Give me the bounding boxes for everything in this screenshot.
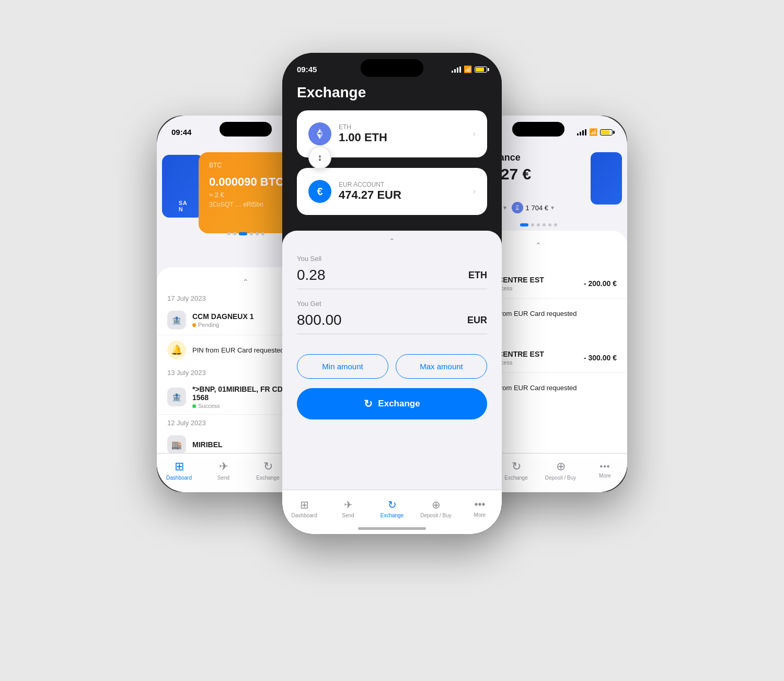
right-wifi-icon: 📶 xyxy=(589,128,597,136)
get-section: You Get EUR xyxy=(282,300,502,334)
eur-label: EUR ACCOUNT xyxy=(339,181,466,188)
center-nav-more-label: More xyxy=(474,512,486,518)
left-dynamic-island xyxy=(220,122,272,137)
center-bottom-nav: ⊞ Dashboard ✈ Send ↻ Exchange ⊕ Deposit … xyxy=(282,490,502,534)
visa-label: SAN xyxy=(179,200,187,212)
eth-svg xyxy=(314,128,326,140)
left-txn-1-status: Pending xyxy=(192,322,295,328)
r-dot-4 xyxy=(543,223,546,226)
dot-3-active xyxy=(239,232,247,235)
r-signal-bar-3 xyxy=(582,130,584,135)
sell-label: You Sell xyxy=(297,255,487,263)
max-amount-button[interactable]: Max amount xyxy=(396,354,487,379)
right-eth-mini-icon: Ξ xyxy=(512,202,523,213)
left-status-time: 09:44 xyxy=(171,128,191,137)
center-wifi-icon: 📶 xyxy=(464,65,472,73)
store-icon: 🏬 xyxy=(171,440,182,450)
svg-marker-0 xyxy=(320,129,323,134)
left-txn-2-status-text: Success xyxy=(198,403,220,409)
right-nav-more[interactable]: ••• More xyxy=(583,462,627,479)
right-blue-card[interactable] xyxy=(591,152,622,205)
center-nav-more[interactable]: ••• More xyxy=(458,498,502,518)
right-eth-price: Ξ 1 704 € ▾ xyxy=(512,202,554,213)
center-nav-exchange[interactable]: ↻ Exchange xyxy=(370,498,414,518)
exchange-bottom-sheet: ⌃ You Sell ETH You Get EUR M xyxy=(282,231,502,534)
right-nav-deposit[interactable]: ⊕ Deposit / Buy xyxy=(538,460,583,481)
right-btc-chevron: ▾ xyxy=(503,204,506,211)
eur-icon: € xyxy=(308,180,331,203)
visa-card[interactable]: SAN xyxy=(162,155,204,218)
center-nav-exchange-label: Exchange xyxy=(381,513,403,518)
c-dashboard-icon: ⊞ xyxy=(300,498,309,511)
phones-container: 09:44 📶 SAN xyxy=(157,53,627,628)
r-signal-bar-1 xyxy=(577,133,579,135)
exchange-icon: ↻ xyxy=(263,460,273,473)
send-icon: ✈ xyxy=(219,460,228,473)
dot-5 xyxy=(256,232,259,235)
center-dynamic-island xyxy=(361,59,423,77)
right-battery-fill xyxy=(601,130,609,134)
get-amount-input[interactable] xyxy=(297,312,401,328)
sell-input-row: ETH xyxy=(297,267,487,289)
c-more-icon: ••• xyxy=(474,498,485,510)
left-nav-send-label: Send xyxy=(217,475,229,481)
get-currency-label: EUR xyxy=(467,315,487,326)
amount-buttons: Min amount Max amount xyxy=(282,345,502,388)
left-nav-exchange-label: Exchange xyxy=(256,475,279,481)
right-battery xyxy=(600,129,613,135)
bank-icon: 🏦 xyxy=(171,315,182,325)
center-nav-deposit-label: Deposit / Buy xyxy=(420,513,451,518)
c-deposit-icon: ⊕ xyxy=(432,498,441,511)
center-nav-send[interactable]: ✈ Send xyxy=(326,498,370,518)
dot-4 xyxy=(250,232,253,235)
left-txn-1-name: CCM DAGNEUX 1 xyxy=(192,312,295,321)
right-nav-exchange-label: Exchange xyxy=(504,475,527,481)
eur-currency-card[interactable]: € EUR ACCOUNT 474.27 EUR › xyxy=(297,168,487,215)
eth-chevron: › xyxy=(473,129,476,139)
min-amount-button[interactable]: Min amount xyxy=(297,354,388,379)
exchange-btn-label: Exchange xyxy=(378,399,420,409)
left-txn-2-status: Success xyxy=(192,403,295,409)
center-nav-dashboard-label: Dashboard xyxy=(292,513,317,518)
eur-value: 474.27 EUR xyxy=(339,188,466,202)
c-signal-bar-4 xyxy=(459,66,461,73)
pending-dot xyxy=(192,323,196,327)
swap-button[interactable]: ↕ xyxy=(308,146,331,169)
r-exchange-icon: ↻ xyxy=(512,460,521,473)
c-exchange-icon: ↻ xyxy=(388,498,397,511)
r-dot-5 xyxy=(548,223,551,226)
exchange-action-button[interactable]: ↻ Exchange xyxy=(297,388,487,419)
left-nav-dashboard[interactable]: ⊞ Dashboard xyxy=(157,460,201,481)
right-txn-2-amount: - 300.00 € xyxy=(584,354,617,362)
right-status-icons: 📶 xyxy=(577,128,613,136)
exchange-btn-icon: ↻ xyxy=(364,398,373,410)
r-signal-bar-2 xyxy=(580,132,581,135)
bell-icon: 🔔 xyxy=(167,340,186,359)
left-nav-send[interactable]: ✈ Send xyxy=(201,460,246,481)
eth-value: 1.00 ETH xyxy=(339,131,466,144)
left-txn-2-details: *>BNP, 01MIRIBEL, FR CD 1568 Success xyxy=(192,385,295,409)
exchange-title: Exchange xyxy=(297,84,366,101)
svg-marker-2 xyxy=(320,134,323,139)
get-label: You Get xyxy=(297,300,487,308)
sell-amount-input[interactable] xyxy=(297,267,401,283)
right-eth-chevron: ▾ xyxy=(551,204,554,211)
svg-marker-3 xyxy=(317,134,320,139)
sell-section: You Sell ETH xyxy=(282,249,502,289)
center-battery-fill xyxy=(476,67,484,72)
eth-info: ETH 1.00 ETH xyxy=(339,123,466,144)
left-txn-3-icon: 🏬 xyxy=(167,435,186,454)
left-txn-3-name: MIRIBEL xyxy=(192,440,295,449)
center-status-time: 09:45 xyxy=(297,65,317,74)
left-txn-1-status-text: Pending xyxy=(198,322,219,328)
right-signal xyxy=(577,129,586,135)
c-signal-bar-1 xyxy=(452,71,453,73)
c-signal-bar-2 xyxy=(454,69,456,73)
center-nav-deposit[interactable]: ⊕ Deposit / Buy xyxy=(414,498,458,518)
center-nav-dashboard[interactable]: ⊞ Dashboard xyxy=(282,498,326,518)
c-send-icon: ✈ xyxy=(344,498,353,511)
svg-marker-1 xyxy=(317,129,320,134)
r-dot-6 xyxy=(554,223,557,226)
dashboard-icon: ⊞ xyxy=(175,460,184,473)
r-dot-2 xyxy=(531,223,534,226)
